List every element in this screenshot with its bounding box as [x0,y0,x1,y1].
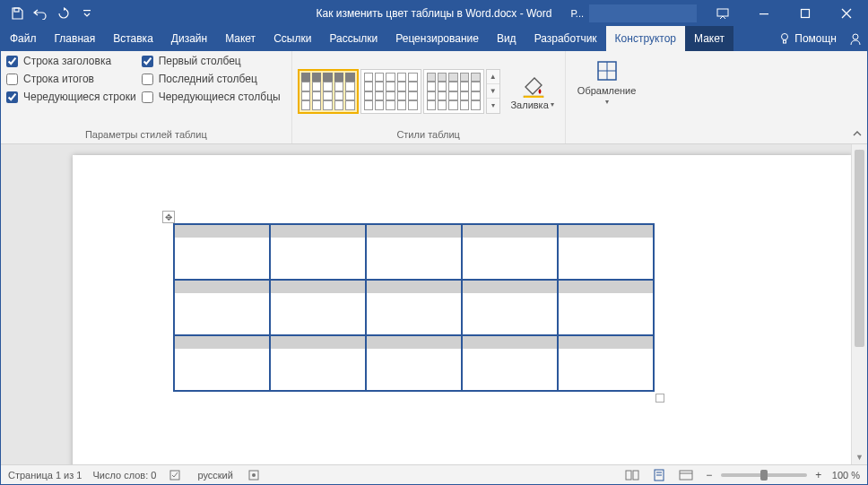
share-button[interactable] [844,26,867,51]
check-last-col-box[interactable] [142,74,153,85]
table-cell[interactable] [462,335,558,391]
group-table-style-options: Строка заголовка Строка итогов Чередующи… [1,51,292,143]
tab-view[interactable]: Вид [488,26,525,51]
tab-home[interactable]: Главная [46,26,105,51]
group-label-borders [571,127,643,142]
undo-button[interactable] [30,3,51,24]
status-page[interactable]: Страница 1 из 1 [8,470,82,481]
zoom-thumb[interactable] [760,470,768,481]
svg-rect-4 [802,10,810,18]
check-last-col[interactable]: Последний столбец [142,73,281,85]
spellcheck-icon[interactable] [167,467,187,483]
tab-layout[interactable]: Макет [216,26,265,51]
tab-file[interactable]: Файл [1,26,46,51]
save-button[interactable] [6,3,28,24]
check-banded-rows-box[interactable] [6,91,18,103]
table-cell[interactable] [462,280,558,335]
view-web-button[interactable] [676,467,696,483]
table-cell[interactable] [174,335,270,391]
check-banded-cols-box[interactable] [142,91,153,103]
user-area[interactable] [589,4,697,22]
borders-icon [595,58,620,83]
macro-record-icon[interactable] [244,467,264,483]
view-read-button[interactable] [622,467,642,483]
svg-rect-16 [633,471,638,480]
tab-table-design[interactable]: Конструктор [606,26,685,51]
table-cell[interactable] [174,280,270,335]
tab-table-layout[interactable]: Макет [685,26,733,51]
check-header-row-box[interactable] [6,56,18,67]
status-bar: Страница 1 из 1 Число слов: 0 русский − … [1,464,867,484]
check-total-row[interactable]: Строка итогов [6,73,136,85]
maximize-button[interactable] [785,1,826,26]
check-total-row-label: Строка итогов [23,73,94,85]
status-language[interactable]: русский [197,470,232,481]
redo-button[interactable] [53,3,74,24]
styles-scroll-up[interactable]: ▲ [487,70,499,84]
shading-button[interactable]: Заливка▾ [506,69,560,114]
zoom-in-button[interactable]: + [812,469,825,481]
zoom-level[interactable]: 100 % [832,470,860,481]
ribbon-options-button[interactable] [702,1,743,26]
check-first-col[interactable]: Первый столбец [142,55,281,67]
document-table[interactable] [173,223,655,392]
minimize-button[interactable] [743,1,785,26]
svg-point-14 [252,473,256,477]
styles-expand[interactable]: ▾ [487,99,499,112]
view-print-button[interactable] [649,467,669,483]
table-cell[interactable] [558,280,654,335]
bulb-icon [778,32,791,45]
zoom-out-button[interactable]: − [703,469,716,481]
scroll-down-button[interactable]: ▼ [852,450,867,464]
title-bar: Как изменить цвет таблицы в Word.docx - … [1,1,867,26]
table-resize-handle[interactable] [655,394,664,403]
tell-me-label: Помощн [794,32,837,45]
table-style-1[interactable] [298,69,359,114]
tab-mailings[interactable]: Рассылки [320,26,386,51]
check-banded-rows-label: Чередующиеся строки [23,91,136,103]
user-name[interactable]: Р... [566,8,589,19]
table-cell[interactable] [558,224,654,280]
check-banded-rows[interactable]: Чередующиеся строки [6,91,136,103]
quick-access-toolbar [1,3,98,24]
tab-review[interactable]: Рецензирование [386,26,488,51]
tab-insert[interactable]: Вставка [104,26,162,51]
table-style-3[interactable] [423,69,484,114]
borders-button[interactable]: Обрамление ▾ [571,55,643,127]
scroll-thumb[interactable] [855,150,864,347]
table-styles-gallery[interactable]: ▲ ▼ ▾ [298,69,500,114]
vertical-scrollbar[interactable]: ▲ ▼ [851,144,867,464]
tab-references[interactable]: Ссылки [265,26,320,51]
table-cell[interactable] [462,224,558,280]
tell-me-button[interactable]: Помощн [771,26,844,51]
table-cell[interactable] [270,335,366,391]
qat-customize-button[interactable] [76,3,98,24]
page[interactable]: ✥ [73,155,853,464]
table-cell[interactable] [558,335,654,391]
document-area: ✥ ▲ ▼ [1,144,867,464]
chevron-down-icon: ▾ [605,98,609,106]
table-cell[interactable] [366,335,462,391]
table-cell[interactable] [270,224,366,280]
svg-point-5 [782,34,788,40]
table-cell[interactable] [270,280,366,335]
ribbon: Строка заголовка Строка итогов Чередующи… [1,51,867,144]
table-cell[interactable] [366,280,462,335]
table-cell[interactable] [366,224,462,280]
zoom-track[interactable] [721,473,807,477]
collapse-ribbon-button[interactable] [849,126,865,142]
ribbon-tabs: Файл Главная Вставка Дизайн Макет Ссылки… [1,26,867,51]
table-cell[interactable] [174,224,270,280]
close-button[interactable] [826,1,867,26]
borders-label: Обрамление [577,85,637,96]
status-words[interactable]: Число слов: 0 [92,470,156,481]
check-total-row-box[interactable] [6,74,18,85]
table-move-handle[interactable]: ✥ [162,211,175,223]
check-header-row[interactable]: Строка заголовка [6,55,136,67]
check-banded-cols[interactable]: Чередующиеся столбцы [142,91,281,103]
tab-developer[interactable]: Разработчик [525,26,606,51]
tab-design[interactable]: Дизайн [162,26,216,51]
table-style-2[interactable] [360,69,421,114]
check-first-col-box[interactable] [142,56,153,67]
styles-scroll-down[interactable]: ▼ [487,84,499,99]
